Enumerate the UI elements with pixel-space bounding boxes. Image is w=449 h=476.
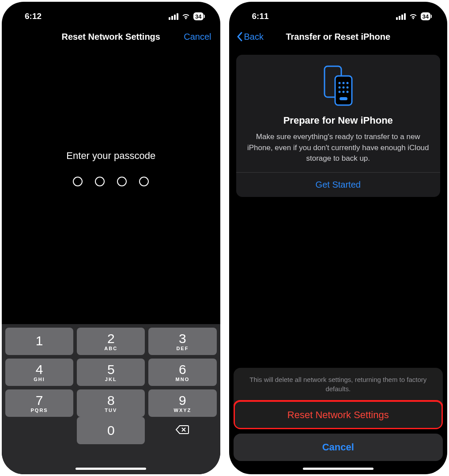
status-bar: 6:11 34 bbox=[229, 2, 448, 26]
wifi-icon bbox=[181, 13, 190, 20]
svg-point-7 bbox=[346, 87, 348, 89]
page-title: Transfer or Reset iPhone bbox=[286, 32, 390, 42]
status-time: 6:11 bbox=[252, 11, 269, 21]
home-indicator[interactable] bbox=[75, 468, 146, 470]
action-sheet-group: This will delete all network settings, r… bbox=[234, 368, 443, 429]
key-1[interactable]: 1 bbox=[5, 328, 73, 355]
status-bar: 6:12 34 bbox=[2, 2, 220, 26]
cellular-signal-icon bbox=[169, 13, 178, 20]
status-indicators: 34 bbox=[169, 12, 203, 20]
key-0[interactable]: 0 bbox=[77, 417, 145, 444]
action-sheet: This will delete all network settings, r… bbox=[229, 368, 448, 474]
backspace-icon bbox=[175, 424, 189, 437]
back-button[interactable]: Back bbox=[236, 26, 264, 48]
page-title: Reset Network Settings bbox=[62, 32, 160, 42]
keypad-spacer bbox=[2, 448, 220, 474]
key-8[interactable]: 8TUV bbox=[77, 389, 145, 417]
phone-transfer-reset-screen: 6:11 34 Back Transfer or Reset iPhone bbox=[229, 2, 448, 474]
passcode-dot bbox=[73, 177, 83, 186]
action-sheet-message: This will delete all network settings, r… bbox=[234, 368, 443, 400]
transfer-iphone-icon bbox=[244, 64, 433, 107]
prepare-card: Prepare for New iPhone Make sure everyth… bbox=[236, 55, 441, 197]
passcode-dot bbox=[139, 177, 149, 186]
cancel-button[interactable]: Cancel bbox=[234, 434, 443, 461]
passcode-area: Enter your passcode bbox=[2, 48, 220, 324]
key-9[interactable]: 9WXYZ bbox=[148, 389, 216, 417]
key-4[interactable]: 4GHI bbox=[5, 359, 73, 386]
backspace-button[interactable] bbox=[148, 417, 216, 444]
phone-passcode-screen: 6:12 34 Reset Network Settings Cancel En… bbox=[2, 2, 220, 474]
back-label: Back bbox=[244, 32, 264, 42]
passcode-dots bbox=[73, 177, 149, 186]
wifi-icon bbox=[409, 13, 418, 20]
svg-point-5 bbox=[338, 87, 340, 89]
home-indicator[interactable] bbox=[303, 468, 374, 470]
passcode-prompt: Enter your passcode bbox=[66, 150, 155, 162]
card-title: Prepare for New iPhone bbox=[244, 115, 433, 126]
svg-rect-11 bbox=[340, 97, 347, 100]
key-2[interactable]: 2ABC bbox=[77, 328, 145, 355]
passcode-dot bbox=[117, 177, 127, 186]
numeric-keypad: 1 2ABC 3DEF 4GHI 5JKL 6MNO 7PQRS 8TUV 9W… bbox=[2, 324, 220, 417]
battery-level: 34 bbox=[195, 13, 201, 20]
key-6[interactable]: 6MNO bbox=[148, 359, 216, 386]
battery-icon: 34 bbox=[193, 12, 203, 20]
chevron-left-icon bbox=[236, 32, 243, 42]
svg-rect-1 bbox=[335, 76, 352, 105]
passcode-dot bbox=[95, 177, 105, 186]
battery-level: 34 bbox=[423, 13, 429, 20]
key-5[interactable]: 5JKL bbox=[77, 359, 145, 386]
nav-bar: Reset Network Settings Cancel bbox=[2, 26, 220, 48]
status-indicators: 34 bbox=[396, 12, 430, 20]
svg-point-2 bbox=[338, 82, 340, 84]
key-3[interactable]: 3DEF bbox=[148, 328, 216, 355]
svg-point-10 bbox=[346, 91, 348, 93]
svg-point-8 bbox=[338, 91, 340, 93]
numeric-keypad-bottom: 0 bbox=[2, 417, 220, 448]
svg-point-3 bbox=[342, 82, 344, 84]
battery-icon: 34 bbox=[421, 12, 430, 20]
svg-point-4 bbox=[346, 82, 348, 84]
nav-bar: Back Transfer or Reset iPhone bbox=[229, 26, 448, 48]
content-area: Prepare for New iPhone Make sure everyth… bbox=[229, 48, 448, 204]
get-started-button[interactable]: Get Started bbox=[244, 173, 433, 197]
status-time: 6:12 bbox=[25, 11, 42, 21]
reset-network-settings-button[interactable]: Reset Network Settings bbox=[234, 401, 443, 429]
svg-point-6 bbox=[342, 87, 344, 89]
cellular-signal-icon bbox=[396, 13, 406, 20]
cancel-button[interactable]: Cancel bbox=[184, 26, 211, 48]
card-description: Make sure everything's ready to transfer… bbox=[244, 132, 433, 172]
key-7[interactable]: 7PQRS bbox=[5, 389, 73, 417]
svg-point-9 bbox=[342, 91, 344, 93]
